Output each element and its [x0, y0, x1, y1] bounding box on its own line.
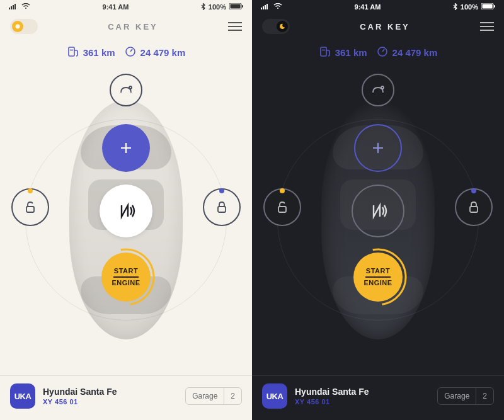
gauge-icon	[124, 45, 137, 60]
menu-icon[interactable]	[228, 22, 242, 31]
svg-rect-12	[26, 207, 34, 212]
page-title: CAR KEY	[360, 22, 410, 31]
status-dot-lock	[219, 188, 224, 193]
bluetooth-icon	[453, 3, 457, 11]
svg-rect-22	[494, 5, 495, 8]
svg-point-8	[16, 25, 20, 29]
svg-rect-7	[242, 5, 243, 8]
svg-point-25	[381, 86, 384, 89]
status-bar: 9:41 AM 100%	[252, 0, 504, 14]
garage-label: Garage	[186, 388, 224, 404]
start-engine-button[interactable]: START ENGINE	[353, 253, 403, 302]
add-button[interactable]	[354, 124, 402, 172]
phone-dark: 9:41 AM 100% CAR KEY 361 km 24 479 km	[252, 0, 504, 420]
footer-bar: UKA Hyundai Santa Fe XY 456 01 Garage 2	[0, 375, 252, 420]
svg-rect-0	[9, 8, 10, 9]
start-engine-button[interactable]: START ENGINE	[101, 253, 151, 302]
phone-light: 9:41 AM 100% CAR KEY 361 km	[0, 0, 252, 420]
svg-rect-13	[218, 207, 226, 212]
garage-label: Garage	[438, 388, 476, 404]
nfc-button[interactable]	[352, 184, 404, 237]
status-dot-unlock	[28, 188, 33, 193]
range-stat: 361 km	[319, 45, 367, 60]
svg-rect-1	[11, 6, 12, 9]
status-bar: 9:41 AM 100%	[0, 0, 252, 14]
trunk-button[interactable]	[362, 74, 394, 106]
svg-point-11	[129, 86, 132, 89]
wifi-icon	[273, 3, 282, 11]
fuel-icon	[67, 45, 79, 60]
svg-rect-6	[230, 4, 240, 9]
fuel-icon	[319, 45, 331, 60]
car-stats: 361 km 24 479 km	[252, 37, 504, 64]
gauge-icon	[376, 45, 389, 60]
svg-rect-27	[470, 207, 478, 212]
garage-count: 2	[476, 388, 493, 404]
license-plate: XY 456 01	[43, 398, 178, 406]
start-line2: ENGINE	[112, 278, 140, 288]
lock-button[interactable]	[455, 188, 493, 226]
start-line1: START	[366, 266, 390, 276]
range-stat: 361 km	[67, 45, 115, 60]
divider	[365, 276, 391, 278]
car-stats: 361 km 24 479 km	[0, 37, 252, 64]
status-dot-lock	[471, 188, 476, 193]
brand-badge[interactable]: UKA	[10, 383, 35, 409]
control-stage: START ENGINE	[0, 64, 252, 375]
status-time: 9:41 AM	[103, 3, 129, 11]
bluetooth-icon	[201, 3, 205, 11]
start-line1: START	[114, 266, 138, 276]
trunk-button[interactable]	[110, 74, 142, 106]
status-dot-unlock	[280, 188, 285, 193]
menu-icon[interactable]	[480, 22, 494, 31]
moon-icon	[277, 21, 288, 32]
odometer-stat: 24 479 km	[124, 45, 186, 60]
svg-rect-15	[261, 8, 262, 9]
lock-button[interactable]	[203, 188, 241, 226]
svg-rect-9	[69, 47, 74, 56]
license-plate: XY 456 01	[295, 398, 430, 406]
odometer-stat: 24 479 km	[376, 45, 438, 60]
svg-rect-3	[14, 4, 16, 9]
svg-rect-23	[321, 47, 326, 56]
battery-icon	[481, 3, 495, 11]
svg-rect-18	[266, 4, 268, 9]
svg-rect-16	[263, 6, 264, 9]
control-stage: START ENGINE	[252, 64, 504, 375]
sun-icon	[12, 21, 23, 32]
wifi-icon	[21, 3, 30, 11]
signal-icon	[9, 3, 18, 11]
add-button[interactable]	[102, 124, 150, 172]
unlock-button[interactable]	[263, 188, 301, 226]
svg-point-19	[277, 8, 278, 9]
garage-button[interactable]: Garage 2	[437, 387, 494, 405]
status-time: 9:41 AM	[355, 3, 381, 11]
garage-button[interactable]: Garage 2	[185, 387, 242, 405]
theme-toggle[interactable]	[10, 19, 38, 34]
odometer-value: 24 479 km	[392, 47, 438, 58]
car-name: Hyundai Santa Fe	[43, 387, 178, 397]
start-line2: ENGINE	[364, 278, 392, 288]
odometer-value: 24 479 km	[140, 47, 186, 58]
svg-rect-2	[13, 5, 14, 9]
theme-toggle[interactable]	[262, 19, 290, 34]
unlock-button[interactable]	[11, 188, 49, 226]
battery-pct: 100%	[209, 3, 226, 11]
car-meta: Hyundai Santa Fe XY 456 01	[43, 387, 178, 406]
battery-icon	[229, 3, 243, 11]
svg-rect-26	[278, 207, 286, 212]
nfc-button[interactable]	[100, 184, 152, 237]
page-title: CAR KEY	[108, 22, 158, 31]
svg-point-4	[25, 8, 26, 9]
app-header: CAR KEY	[252, 14, 504, 37]
app-header: CAR KEY	[0, 14, 252, 37]
svg-rect-21	[482, 4, 492, 9]
car-name: Hyundai Santa Fe	[295, 387, 430, 397]
svg-rect-17	[265, 5, 266, 9]
divider	[113, 276, 139, 278]
garage-count: 2	[224, 388, 241, 404]
range-value: 361 km	[83, 47, 115, 58]
car-meta: Hyundai Santa Fe XY 456 01	[295, 387, 430, 406]
range-value: 361 km	[335, 47, 367, 58]
brand-badge[interactable]: UKA	[262, 383, 287, 409]
